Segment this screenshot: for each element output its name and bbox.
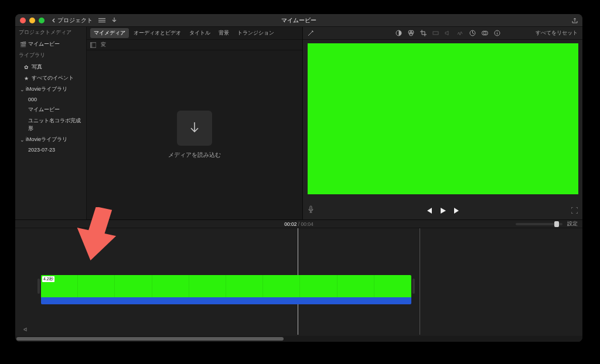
speed-icon[interactable] bbox=[469, 30, 476, 36]
view-options-icon[interactable] bbox=[98, 18, 105, 23]
media-toolbar-label[interactable]: 変 bbox=[101, 41, 106, 49]
sidebar-item-library2[interactable]: ⌄ iMovieライブラリ bbox=[15, 134, 86, 145]
clip-filter-icon[interactable] bbox=[482, 30, 488, 36]
info-icon[interactable] bbox=[494, 30, 500, 36]
tab-transitions[interactable]: トランジション bbox=[234, 28, 278, 38]
import-label: メディアを読み込む bbox=[168, 152, 221, 159]
crop-icon[interactable] bbox=[420, 30, 427, 36]
clip-audio-track[interactable] bbox=[41, 297, 411, 304]
svg-rect-16 bbox=[310, 206, 312, 210]
preview-panel: すべてをリセット bbox=[302, 27, 582, 219]
svg-rect-2 bbox=[98, 22, 105, 22]
sidebar-toggle-icon[interactable] bbox=[90, 42, 96, 48]
tab-backgrounds[interactable]: 背景 bbox=[215, 28, 233, 38]
titlebar-left: プロジェクト bbox=[52, 16, 117, 25]
sidebar-item-project[interactable]: 🎬 マイムービー bbox=[15, 39, 86, 50]
preview-toolbar: すべてをリセット bbox=[303, 27, 582, 40]
tab-audio-video[interactable]: オーディオとビデオ bbox=[130, 28, 185, 38]
sidebar-section-library: ライブラリ bbox=[15, 50, 86, 61]
zoom-slider[interactable] bbox=[516, 223, 562, 225]
noise-reduction-icon[interactable] bbox=[457, 30, 463, 36]
sidebar-item-lib1-c[interactable]: ユニット名コラボ完成形 bbox=[15, 115, 86, 134]
media-browser: マイメディア オーディオとビデオ タイトル 背景 トランジション 変 メディアを… bbox=[87, 27, 302, 219]
sidebar-item-lib2-a[interactable]: 2023-07-23 bbox=[15, 145, 86, 154]
minimize-window-button[interactable] bbox=[29, 18, 35, 23]
tab-label: オーディオとビデオ bbox=[134, 30, 181, 36]
playback-controls bbox=[425, 207, 461, 214]
sidebar: プロジェクトメディア 🎬 マイムービー ライブラリ ✿ 写真 ★ すべてのイベン… bbox=[15, 27, 87, 219]
tab-label: トランジション bbox=[237, 30, 274, 36]
sidebar-item-lib1-a[interactable]: 000 bbox=[15, 95, 86, 104]
star-icon: ★ bbox=[23, 75, 29, 81]
timeline-scrollbar[interactable] bbox=[15, 336, 582, 342]
magic-wand-icon[interactable] bbox=[308, 30, 313, 36]
microphone-icon[interactable] bbox=[308, 205, 314, 216]
chevron-down-icon: ⌄ bbox=[20, 137, 23, 143]
sidebar-item-label: 2023-07-23 bbox=[28, 147, 55, 153]
color-correction-icon[interactable] bbox=[408, 30, 414, 36]
clip-video-track[interactable]: 4.2秒 bbox=[41, 275, 411, 297]
share-icon[interactable] bbox=[572, 18, 578, 23]
svg-rect-9 bbox=[433, 32, 438, 35]
tab-label: マイメディア bbox=[94, 30, 125, 36]
timeline-header-right: 設定 bbox=[516, 221, 578, 228]
sidebar-item-label: iMovieライブラリ bbox=[26, 85, 67, 93]
close-window-button[interactable] bbox=[20, 18, 26, 23]
scrollbar-thumb[interactable] bbox=[16, 337, 284, 341]
import-media-tile[interactable]: メディアを読み込む bbox=[168, 111, 221, 159]
clapperboard-icon: 🎬 bbox=[20, 42, 26, 47]
color-balance-icon[interactable] bbox=[396, 30, 402, 36]
photos-icon: ✿ bbox=[23, 64, 29, 70]
sidebar-item-library1[interactable]: ⌄ iMovieライブラリ bbox=[15, 84, 86, 95]
import-icon[interactable] bbox=[111, 18, 117, 23]
preview-frame bbox=[308, 43, 578, 194]
timeline-clip[interactable]: 4.2秒 bbox=[41, 275, 411, 305]
sidebar-item-label: マイムービー bbox=[28, 106, 60, 114]
chevron-down-icon: ⌄ bbox=[20, 87, 23, 92]
sidebar-item-label: iMovieライブラリ bbox=[26, 136, 67, 143]
sidebar-item-photos[interactable]: ✿ 写真 bbox=[15, 61, 86, 73]
timeline-body[interactable]: 4.2秒 bbox=[15, 228, 582, 342]
play-button[interactable] bbox=[439, 207, 446, 214]
prev-frame-button[interactable] bbox=[425, 208, 432, 214]
tab-my-media[interactable]: マイメディア bbox=[90, 28, 129, 38]
tab-titles[interactable]: タイトル bbox=[186, 28, 214, 38]
maximize-window-button[interactable] bbox=[39, 18, 45, 23]
svg-rect-15 bbox=[497, 33, 497, 35]
browser-tabs: マイメディア オーディオとビデオ タイトル 背景 トランジション bbox=[87, 27, 302, 40]
sidebar-item-label: マイムービー bbox=[28, 40, 60, 48]
svg-rect-1 bbox=[98, 20, 105, 20]
tab-label: 背景 bbox=[219, 30, 229, 36]
tab-label: タイトル bbox=[189, 30, 210, 36]
reset-all-button[interactable]: すべてをリセット bbox=[536, 30, 578, 37]
sidebar-item-all-events[interactable]: ★ すべてのイベント bbox=[15, 73, 86, 84]
titlebar: プロジェクト マイムービー bbox=[15, 14, 582, 27]
sidebar-item-label: 写真 bbox=[32, 63, 42, 71]
timecode-duration: 00:04 bbox=[301, 221, 313, 227]
sidebar-section-project-media: プロジェクトメディア bbox=[15, 27, 86, 39]
media-empty-area: メディアを読み込む bbox=[87, 50, 302, 219]
sidebar-item-label: すべてのイベント bbox=[32, 74, 74, 82]
clip-trim-handle-right[interactable] bbox=[412, 279, 415, 294]
clip-trim-handle-left[interactable] bbox=[38, 279, 40, 294]
fullscreen-icon[interactable] bbox=[571, 205, 578, 216]
audio-meter-icon[interactable] bbox=[23, 327, 29, 334]
next-frame-button[interactable] bbox=[454, 208, 461, 214]
timeline-end-marker bbox=[420, 228, 420, 335]
sidebar-item-lib1-b[interactable]: マイムービー bbox=[15, 104, 86, 115]
window-controls bbox=[20, 18, 45, 23]
volume-icon[interactable] bbox=[445, 30, 451, 36]
back-label: プロジェクト bbox=[57, 16, 93, 25]
app-window: プロジェクト マイムービー プロジェクトメディア 🎬 マイムービー ライブラリ … bbox=[15, 14, 582, 342]
media-toolbar: 変 bbox=[87, 40, 302, 50]
timeline-header: 00:02 / 00:04 設定 bbox=[15, 220, 582, 228]
timeline: 00:02 / 00:04 設定 4.2秒 bbox=[15, 220, 582, 342]
back-to-projects-button[interactable]: プロジェクト bbox=[52, 16, 93, 25]
import-arrow-icon bbox=[177, 111, 212, 146]
sidebar-item-label: ユニット名コラボ完成形 bbox=[28, 117, 83, 132]
timeline-settings-button[interactable]: 設定 bbox=[567, 221, 578, 228]
stabilize-icon[interactable] bbox=[432, 30, 439, 36]
svg-point-14 bbox=[497, 32, 497, 32]
zoom-slider-knob[interactable] bbox=[554, 221, 559, 227]
main-row: プロジェクトメディア 🎬 マイムービー ライブラリ ✿ 写真 ★ すべてのイベン… bbox=[15, 27, 582, 220]
